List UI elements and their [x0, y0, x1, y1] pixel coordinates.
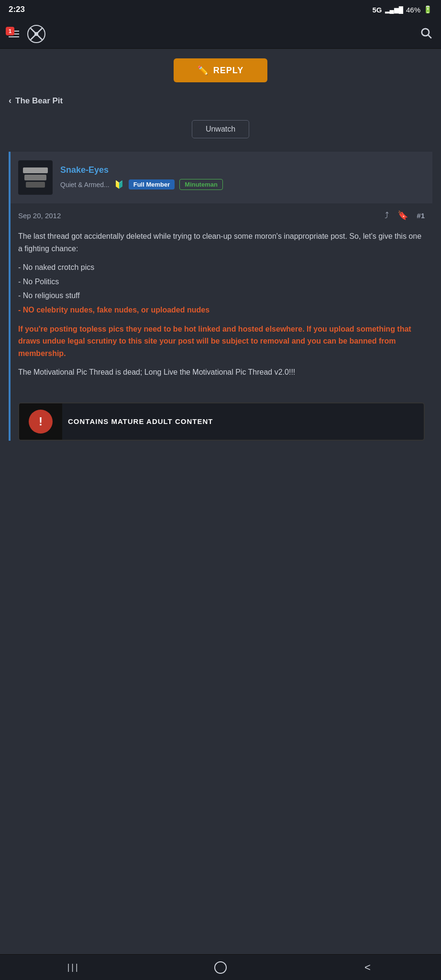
- reply-button[interactable]: ✏️ REPLY: [174, 58, 267, 82]
- svg-point-4: [422, 28, 429, 35]
- bottom-nav-back[interactable]: <: [355, 958, 379, 977]
- layer-3: [26, 182, 45, 188]
- back-icon: <: [364, 961, 371, 974]
- signal-label: 5G: [373, 6, 382, 14]
- content-warning-banner: ! CONTAINS MATURE ADULT CONTENT: [18, 402, 425, 441]
- bottom-nav-recent[interactable]: |||: [62, 958, 86, 977]
- search-button[interactable]: [420, 27, 432, 41]
- breadcrumb: ‹ The Bear Pit: [9, 96, 432, 106]
- cw-left: !: [19, 403, 62, 440]
- warning-paragraph: If you're posting topless pics they need…: [18, 323, 425, 360]
- rules-list: - No naked crotch pics - No Politics - N…: [18, 261, 425, 316]
- author-meta: Quiet & Armed... 🔰 Full Member Minuteman: [60, 179, 223, 190]
- rule-1: - No naked crotch pics: [18, 261, 425, 274]
- reply-button-label: REPLY: [213, 66, 243, 76]
- post-intro: The last thread got accidentally deleted…: [18, 230, 425, 255]
- circle-icon: [214, 961, 227, 974]
- share-icon[interactable]: ⤴: [385, 211, 389, 221]
- reply-button-wrapper: ✏️ REPLY: [9, 58, 432, 82]
- minuteman-badge: Minuteman: [179, 179, 223, 190]
- svg-point-3: [34, 32, 38, 36]
- post-author-section: Snake-Eyes Quiet & Armed... 🔰 Full Membe…: [11, 152, 432, 203]
- lines-icon: |||: [67, 962, 80, 972]
- rule-4: - NO celebrity nudes, fake nudes, or upl…: [18, 304, 425, 316]
- post-container: Snake-Eyes Quiet & Armed... 🔰 Full Membe…: [9, 152, 432, 441]
- author-title: Quiet & Armed...: [60, 181, 110, 189]
- closing-text: The Motivational Pic Thread is dead; Lon…: [18, 366, 425, 379]
- logo-icon[interactable]: [26, 23, 47, 45]
- warning-icon: !: [29, 410, 53, 434]
- content-warning-label: CONTAINS MATURE ADULT CONTENT: [62, 413, 219, 429]
- nav-bar: 1: [0, 19, 441, 49]
- unwatch-wrapper: Unwatch: [9, 120, 432, 138]
- nav-left: 1: [9, 23, 47, 45]
- avatar: [18, 160, 53, 195]
- post-date: Sep 20, 2012: [18, 212, 61, 220]
- rule-3: - No religious stuff: [18, 290, 425, 302]
- author-info: Snake-Eyes Quiet & Armed... 🔰 Full Membe…: [60, 165, 223, 190]
- post-meta-right: ⤴ 🔖 #1: [385, 210, 425, 221]
- main-content: ✏️ REPLY ‹ The Bear Pit Unwatch Snake-Ey…: [0, 49, 441, 455]
- breadcrumb-arrow: ‹: [9, 96, 11, 106]
- author-verified-icon: 🔰: [114, 180, 124, 189]
- post-number: #1: [417, 212, 425, 220]
- post-meta-row: Sep 20, 2012 ⤴ 🔖 #1: [11, 203, 432, 225]
- notification-badge: 1: [6, 27, 14, 35]
- pencil-icon: ✏️: [198, 65, 209, 76]
- battery-icon: 🔋: [423, 5, 432, 14]
- full-member-badge: Full Member: [129, 179, 175, 189]
- signal-bars-icon: ▂▄▆█: [385, 6, 403, 13]
- bookmark-icon[interactable]: 🔖: [397, 210, 408, 221]
- hamburger-button[interactable]: 1: [9, 31, 19, 37]
- status-right: 5G ▂▄▆█ 46% 🔋: [373, 5, 432, 14]
- rule-2: - No Politics: [18, 276, 425, 288]
- svg-line-5: [428, 35, 431, 38]
- status-bar: 2:23 5G ▂▄▆█ 46% 🔋: [0, 0, 441, 19]
- bottom-nav: ||| <: [0, 954, 441, 980]
- author-name[interactable]: Snake-Eyes: [60, 165, 223, 175]
- post-body: The last thread got accidentally deleted…: [11, 225, 432, 395]
- bottom-nav-home[interactable]: [209, 958, 232, 977]
- battery-label: 46%: [406, 6, 420, 14]
- avatar-layers-icon: [23, 167, 48, 188]
- status-time: 2:23: [9, 5, 25, 14]
- breadcrumb-link[interactable]: The Bear Pit: [15, 96, 63, 106]
- layer-2: [24, 175, 46, 180]
- layer-1: [23, 167, 48, 173]
- unwatch-button[interactable]: Unwatch: [192, 120, 249, 138]
